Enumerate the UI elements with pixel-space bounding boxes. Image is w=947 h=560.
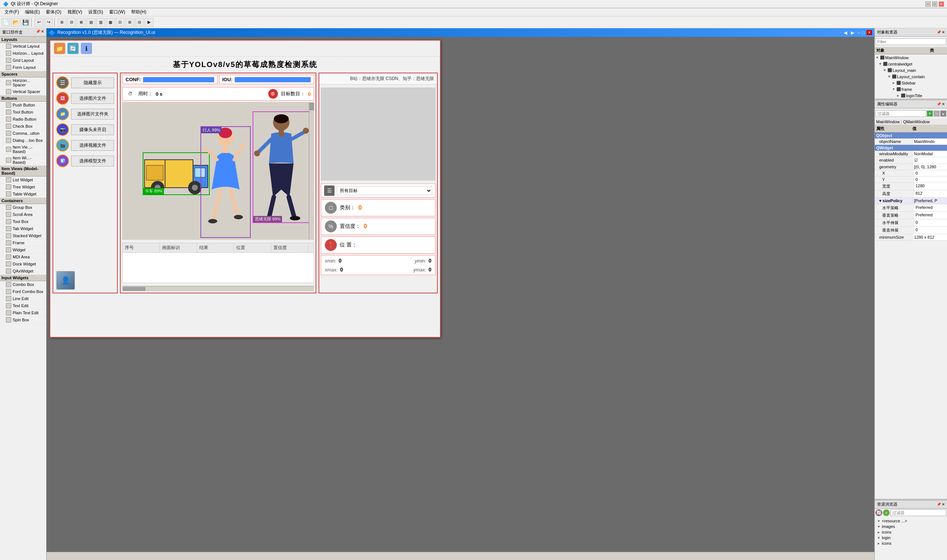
resource-icons[interactable]: ▸ icons bbox=[876, 529, 945, 535]
widget-vertical-layout[interactable]: Vertical Layout bbox=[0, 43, 46, 50]
minimize-button[interactable]: ─ bbox=[925, 2, 931, 7]
widget-command-link[interactable]: Comma...utton bbox=[0, 130, 46, 137]
widget-vertical-spacer[interactable]: Vertical Spacer bbox=[0, 88, 46, 95]
toolbar-btn6[interactable]: ▤ bbox=[86, 18, 95, 27]
prop-minsize-value[interactable]: 1280 x 812 bbox=[912, 234, 947, 240]
section-itemviews[interactable]: Item Views (Model-Based) bbox=[0, 166, 46, 177]
toolbar-btn8[interactable]: ▦ bbox=[106, 18, 115, 27]
menu-window[interactable]: 窗口(W) bbox=[106, 8, 128, 16]
prop-hpol-value[interactable]: Preferred bbox=[914, 205, 947, 211]
widget-widget[interactable]: Widget bbox=[0, 246, 46, 254]
toolbar-redo[interactable]: ↪ bbox=[44, 18, 53, 27]
property-close[interactable]: ✕ bbox=[942, 102, 945, 106]
resource-refresh-icon[interactable]: 🔄 bbox=[875, 509, 882, 516]
video-icon[interactable]: 🎬 bbox=[56, 139, 69, 152]
iou-slider[interactable] bbox=[235, 77, 311, 82]
section-buttons[interactable]: Buttons bbox=[0, 95, 46, 102]
toolbar-btn5[interactable]: ⊠ bbox=[77, 18, 86, 27]
property-filter-input[interactable] bbox=[875, 110, 926, 117]
prop-objectname-value[interactable]: MainWindo bbox=[912, 138, 947, 145]
target-dropdown[interactable]: 所有目标 bbox=[337, 186, 432, 195]
widget-box-pin[interactable]: 📌 bbox=[36, 29, 40, 35]
widget-tool-button[interactable]: Tool Button bbox=[0, 109, 46, 116]
menu-view[interactable]: 视图(V) bbox=[65, 8, 85, 16]
menu-edit[interactable]: 编辑(E) bbox=[22, 8, 43, 16]
widget-combo-box[interactable]: Combo Box bbox=[0, 281, 46, 288]
select-video-button[interactable]: 选择视频文件 bbox=[71, 140, 114, 151]
prop-winmod-value[interactable]: NonModal bbox=[912, 151, 947, 157]
prop-enabled-value[interactable]: ☑ bbox=[912, 157, 947, 163]
widget-table-widget[interactable]: Table Widget bbox=[0, 191, 46, 198]
widget-tool-box[interactable]: Tool Box bbox=[0, 218, 46, 225]
toolbar-btn7[interactable]: ▥ bbox=[96, 18, 105, 27]
designer-canvas[interactable]: 📁 🔄 ℹ 基于YOLOv8/v5的草莓成熟度检测系统 ☰ 隐藏显示 bbox=[46, 37, 875, 552]
widget-tableview[interactable]: Item Wi...-Based) bbox=[0, 155, 46, 166]
designer-window-close[interactable]: ✕ bbox=[867, 30, 872, 35]
resource-login[interactable]: ▾ login bbox=[876, 535, 945, 541]
section-containers[interactable]: Containers bbox=[0, 198, 46, 204]
table-scroll[interactable] bbox=[308, 243, 314, 252]
filter-remove-button[interactable]: − bbox=[933, 111, 939, 117]
camera-icon[interactable]: 📷 bbox=[56, 123, 69, 136]
widget-font-combo-box[interactable]: Font Combo Box bbox=[0, 288, 46, 295]
toolbar-btn3[interactable]: ⊞ bbox=[57, 18, 66, 27]
prop-vstr-value[interactable]: 0 bbox=[914, 227, 947, 234]
menu-help[interactable]: 帮助(H) bbox=[128, 8, 149, 16]
widget-horizontal-layout[interactable]: Horizon... Layout bbox=[0, 50, 46, 57]
menu-form[interactable]: 窗体(O) bbox=[43, 8, 64, 16]
nav-left-arrow[interactable]: ◀ bbox=[842, 30, 848, 35]
toolbar-btn4[interactable]: ⊟ bbox=[67, 18, 76, 27]
open-camera-button[interactable]: 摄像头未开启 bbox=[71, 125, 114, 135]
tree-mainwindow[interactable]: ▾ ⬛ MainWindow bbox=[875, 54, 947, 61]
menu-file[interactable]: 文件(F) bbox=[2, 8, 22, 16]
widget-qaxwidget[interactable]: QAxWidget bbox=[0, 268, 46, 275]
filter-more-button[interactable]: ▸ bbox=[940, 111, 946, 117]
designed-icon3[interactable]: ℹ bbox=[81, 43, 92, 54]
prop-sizepol-value[interactable]: [Preferred, P bbox=[912, 198, 947, 204]
widget-mdi-area[interactable]: MDI Area bbox=[0, 254, 46, 261]
designed-icon2[interactable]: 🔄 bbox=[68, 43, 79, 54]
tree-layout-contain[interactable]: ▾ ⬛ Layout_contain bbox=[875, 73, 947, 80]
toolbar-undo[interactable]: ↩ bbox=[34, 18, 43, 27]
select-image-button[interactable]: 选择图片文件 bbox=[71, 93, 114, 104]
menu-settings[interactable]: 设置(S) bbox=[85, 8, 106, 16]
designed-icon1[interactable]: 📁 bbox=[54, 43, 65, 54]
widget-tree-widget[interactable]: Tree Widget bbox=[0, 183, 46, 191]
prop-x-value[interactable]: 0 bbox=[914, 170, 947, 176]
inspector-filter-input[interactable] bbox=[875, 38, 946, 45]
widget-tab-widget[interactable]: Tab Widget bbox=[0, 225, 46, 232]
widget-plain-text-edit[interactable]: Plain Text Edit bbox=[0, 309, 46, 317]
toolbar-open[interactable]: 📂 bbox=[11, 18, 20, 27]
conf-slider[interactable] bbox=[143, 77, 214, 82]
section-spacers[interactable]: Spacers bbox=[0, 71, 46, 77]
tree-frame[interactable]: ▾ ⬛ frame bbox=[875, 86, 947, 92]
widget-grid-layout[interactable]: Grid Layout bbox=[0, 57, 46, 64]
widget-radio-button[interactable]: Radio Button bbox=[0, 116, 46, 123]
resource-close[interactable]: ✕ bbox=[942, 502, 945, 506]
widget-spin-box[interactable]: Spin Box bbox=[0, 317, 46, 323]
widget-push-button[interactable]: Push Button bbox=[0, 102, 46, 109]
toolbar-preview[interactable]: ▶ bbox=[145, 18, 154, 27]
model-icon[interactable]: 🧊 bbox=[56, 154, 69, 167]
property-pin[interactable]: 📌 bbox=[936, 102, 941, 106]
widget-stacked-widget[interactable]: Stacked Widget bbox=[0, 232, 46, 239]
prop-vpol-value[interactable]: Preferred bbox=[914, 212, 947, 219]
select-model-button[interactable]: 选择模型文件 bbox=[71, 155, 114, 166]
widget-dock-widget[interactable]: Dock Widget bbox=[0, 261, 46, 268]
toolbar-btn10[interactable]: ⊞ bbox=[125, 18, 134, 27]
widget-text-edit[interactable]: Text Edit bbox=[0, 302, 46, 309]
prop-width-value[interactable]: 1280 bbox=[914, 183, 947, 190]
widget-group-box[interactable]: Group Box bbox=[0, 204, 46, 211]
select-folder-button[interactable]: 选择图片文件夹 bbox=[71, 109, 114, 120]
hide-show-button[interactable]: 隐藏显示 bbox=[71, 77, 114, 88]
toolbar-new[interactable]: 📄 bbox=[2, 18, 11, 27]
widget-listview[interactable]: Item Vie...-Based) bbox=[0, 144, 46, 155]
toolbar-btn9[interactable]: ⊡ bbox=[115, 18, 125, 27]
scroll-thumb[interactable] bbox=[310, 103, 314, 110]
designer-window-maximize[interactable]: □ bbox=[862, 31, 865, 35]
menu-icon[interactable]: ☰ bbox=[56, 76, 69, 89]
toolbar-save[interactable]: 💾 bbox=[21, 18, 30, 27]
prop-hstr-value[interactable]: 0 bbox=[914, 219, 947, 226]
nav-right-arrow[interactable]: ▶ bbox=[849, 30, 856, 35]
inspector-pin[interactable]: 📌 bbox=[936, 30, 941, 34]
